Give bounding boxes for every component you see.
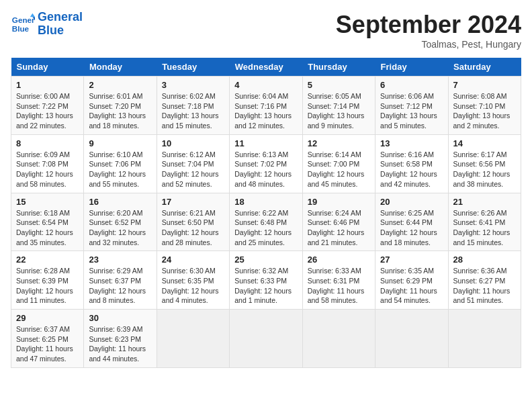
day-number: 25 [234,255,297,265]
logo: General Blue General Blue [11,11,83,38]
day-info: Sunrise: 6:26 AM Sunset: 6:41 PM Dayligh… [453,208,516,248]
logo-icon: General Blue [11,12,35,36]
calendar-cell: 23Sunrise: 6:29 AM Sunset: 6:37 PM Dayli… [84,251,157,310]
header-area: General Blue General Blue September 2024… [11,11,521,50]
day-info: Sunrise: 6:16 AM Sunset: 6:58 PM Dayligh… [380,150,443,189]
day-info: Sunrise: 6:04 AM Sunset: 7:16 PM Dayligh… [234,91,297,131]
day-info: Sunrise: 6:12 AM Sunset: 7:04 PM Dayligh… [162,150,224,189]
calendar-week-row: 22Sunrise: 6:28 AM Sunset: 6:39 PM Dayli… [11,251,521,310]
calendar-cell: 24Sunrise: 6:30 AM Sunset: 6:35 PM Dayli… [157,251,229,310]
day-number: 3 [162,80,224,90]
day-number: 17 [162,197,224,207]
day-info: Sunrise: 6:21 AM Sunset: 6:50 PM Dayligh… [162,208,224,248]
day-number: 15 [16,197,79,207]
calendar-week-row: 15Sunrise: 6:18 AM Sunset: 6:54 PM Dayli… [11,193,521,251]
day-number: 7 [453,80,516,90]
day-info: Sunrise: 6:01 AM Sunset: 7:20 PM Dayligh… [89,91,151,131]
day-info: Sunrise: 6:05 AM Sunset: 7:14 PM Dayligh… [308,91,370,131]
day-number: 14 [453,138,516,148]
day-number: 16 [89,197,151,207]
day-number: 28 [453,255,516,265]
calendar-header-row: Sunday Monday Tuesday Wednesday Thursday… [11,58,521,77]
day-info: Sunrise: 6:10 AM Sunset: 7:06 PM Dayligh… [89,150,151,189]
svg-text:Blue: Blue [12,24,30,33]
day-number: 4 [234,80,297,90]
day-number: 2 [89,80,151,90]
day-number: 8 [16,138,79,148]
day-number: 27 [380,255,443,265]
col-friday: Friday [375,58,448,77]
day-number: 20 [380,197,443,207]
col-thursday: Thursday [302,58,375,77]
day-number: 22 [16,255,79,265]
day-number: 26 [308,255,370,265]
calendar-cell: 26Sunrise: 6:33 AM Sunset: 6:31 PM Dayli… [302,251,375,310]
day-number: 10 [162,138,224,148]
day-info: Sunrise: 6:18 AM Sunset: 6:54 PM Dayligh… [16,208,79,248]
calendar-cell: 11Sunrise: 6:13 AM Sunset: 7:02 PM Dayli… [230,134,302,193]
calendar-cell: 3Sunrise: 6:02 AM Sunset: 7:18 PM Daylig… [157,77,229,135]
day-number: 5 [308,80,370,90]
day-info: Sunrise: 6:13 AM Sunset: 7:02 PM Dayligh… [234,150,297,189]
calendar-cell: 20Sunrise: 6:25 AM Sunset: 6:44 PM Dayli… [375,193,448,251]
day-number: 1 [16,80,79,90]
day-number: 30 [89,313,151,323]
calendar-cell: 2Sunrise: 6:01 AM Sunset: 7:20 PM Daylig… [84,77,157,135]
day-info: Sunrise: 6:30 AM Sunset: 6:35 PM Dayligh… [162,266,224,306]
calendar-cell [448,310,521,368]
day-info: Sunrise: 6:25 AM Sunset: 6:44 PM Dayligh… [380,208,443,248]
calendar-cell [157,310,229,368]
day-info: Sunrise: 6:29 AM Sunset: 6:37 PM Dayligh… [89,266,151,306]
day-info: Sunrise: 6:28 AM Sunset: 6:39 PM Dayligh… [16,266,79,306]
calendar-cell: 27Sunrise: 6:35 AM Sunset: 6:29 PM Dayli… [375,251,448,310]
calendar-week-row: 1Sunrise: 6:00 AM Sunset: 7:22 PM Daylig… [11,77,521,135]
calendar-cell: 21Sunrise: 6:26 AM Sunset: 6:41 PM Dayli… [448,193,521,251]
day-number: 23 [89,255,151,265]
calendar-week-row: 29Sunrise: 6:37 AM Sunset: 6:25 PM Dayli… [11,310,521,368]
day-info: Sunrise: 6:14 AM Sunset: 7:00 PM Dayligh… [308,150,370,189]
col-tuesday: Tuesday [157,58,229,77]
day-number: 6 [380,80,443,90]
col-sunday: Sunday [11,58,84,77]
day-number: 29 [16,313,79,323]
day-number: 18 [234,197,297,207]
calendar-cell [302,310,375,368]
col-wednesday: Wednesday [230,58,302,77]
day-info: Sunrise: 6:02 AM Sunset: 7:18 PM Dayligh… [162,91,224,131]
calendar-cell: 15Sunrise: 6:18 AM Sunset: 6:54 PM Dayli… [11,193,84,251]
calendar-cell: 22Sunrise: 6:28 AM Sunset: 6:39 PM Dayli… [11,251,84,310]
day-info: Sunrise: 6:08 AM Sunset: 7:10 PM Dayligh… [453,91,516,131]
day-info: Sunrise: 6:39 AM Sunset: 6:23 PM Dayligh… [89,324,151,364]
day-number: 21 [453,197,516,207]
calendar-cell: 19Sunrise: 6:24 AM Sunset: 6:46 PM Dayli… [302,193,375,251]
day-number: 24 [162,255,224,265]
day-number: 11 [234,138,297,148]
month-title: September 2024 [336,11,521,39]
day-info: Sunrise: 6:37 AM Sunset: 6:25 PM Dayligh… [16,324,79,364]
calendar-cell: 25Sunrise: 6:32 AM Sunset: 6:33 PM Dayli… [230,251,302,310]
day-info: Sunrise: 6:24 AM Sunset: 6:46 PM Dayligh… [308,208,370,248]
calendar-cell: 7Sunrise: 6:08 AM Sunset: 7:10 PM Daylig… [448,77,521,135]
calendar-cell: 16Sunrise: 6:20 AM Sunset: 6:52 PM Dayli… [84,193,157,251]
day-number: 12 [308,138,370,148]
calendar-cell: 13Sunrise: 6:16 AM Sunset: 6:58 PM Dayli… [375,134,448,193]
day-number: 13 [380,138,443,148]
calendar-cell: 12Sunrise: 6:14 AM Sunset: 7:00 PM Dayli… [302,134,375,193]
calendar-cell: 17Sunrise: 6:21 AM Sunset: 6:50 PM Dayli… [157,193,229,251]
calendar-cell: 14Sunrise: 6:17 AM Sunset: 6:56 PM Dayli… [448,134,521,193]
day-number: 9 [89,138,151,148]
calendar-cell: 5Sunrise: 6:05 AM Sunset: 7:14 PM Daylig… [302,77,375,135]
day-info: Sunrise: 6:00 AM Sunset: 7:22 PM Dayligh… [16,91,79,131]
col-monday: Monday [84,58,157,77]
day-info: Sunrise: 6:06 AM Sunset: 7:12 PM Dayligh… [380,91,443,131]
day-info: Sunrise: 6:09 AM Sunset: 7:08 PM Dayligh… [16,150,79,189]
col-saturday: Saturday [448,58,521,77]
day-number: 19 [308,197,370,207]
calendar-cell: 29Sunrise: 6:37 AM Sunset: 6:25 PM Dayli… [11,310,84,368]
day-info: Sunrise: 6:32 AM Sunset: 6:33 PM Dayligh… [234,266,297,306]
day-info: Sunrise: 6:35 AM Sunset: 6:29 PM Dayligh… [380,266,443,306]
calendar-cell [230,310,302,368]
calendar-table: Sunday Monday Tuesday Wednesday Thursday… [11,58,521,368]
calendar-cell: 6Sunrise: 6:06 AM Sunset: 7:12 PM Daylig… [375,77,448,135]
calendar-cell: 28Sunrise: 6:36 AM Sunset: 6:27 PM Dayli… [448,251,521,310]
